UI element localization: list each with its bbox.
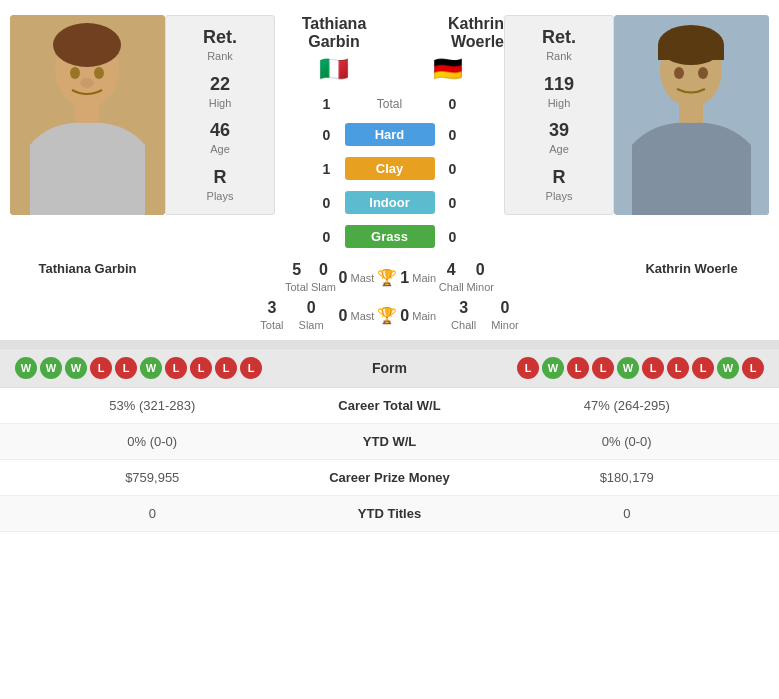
trophy-icon-right: 🏆 (377, 306, 397, 325)
stats-right-0: 47% (264-295) (490, 398, 765, 413)
right-slam-lbl: Slam (299, 319, 324, 331)
left-player-name: Tathiana Garbin (275, 15, 393, 51)
total-score-right: 0 (443, 96, 463, 112)
form-badge-left-w: W (140, 357, 162, 379)
hard-badge: Hard (345, 123, 435, 146)
form-label: Form (372, 360, 407, 376)
left-form-badges: WWWLLWLLLL (15, 357, 262, 379)
left-flag: 🇮🇹 (319, 55, 349, 83)
left-total-lbl: Total (285, 281, 308, 293)
form-badge-left-l: L (90, 357, 112, 379)
divider (0, 340, 779, 348)
left-age-label: Age (210, 143, 230, 155)
form-badge-left-l: L (240, 357, 262, 379)
right-main-val: 0 (400, 307, 409, 325)
left-slam-val: 0 (311, 261, 336, 279)
left-main-lbl: Main (412, 272, 436, 284)
left-age-value: 46 (210, 120, 230, 141)
form-badge-left-l: L (215, 357, 237, 379)
right-mini-stats-row: 3 Total 0 Slam 0 Mast 🏆 0 Main 3 Chall (0, 299, 779, 340)
form-badge-left-l: L (165, 357, 187, 379)
svg-point-12 (674, 67, 684, 79)
stats-right-2: $180,179 (490, 470, 765, 485)
form-badge-right-w: W (717, 357, 739, 379)
left-player-name-under: Tathiana Garbin (10, 261, 165, 294)
svg-rect-10 (658, 45, 724, 60)
right-age-value: 39 (549, 120, 569, 141)
left-total-stat: 5 Total (285, 261, 308, 294)
total-label: Total (345, 97, 435, 111)
form-badge-left-l: L (115, 357, 137, 379)
left-mast-stat: 0 Mast 🏆 1 Main (339, 261, 437, 294)
right-slam-stat: 0 Slam (299, 299, 324, 332)
right-player-name-under: Kathrin Woerle (614, 261, 769, 294)
right-chall-lbl: Chall (451, 319, 476, 331)
grass-score-left: 0 (317, 229, 337, 245)
stats-row-0: 53% (321-283) Career Total W/L 47% (264-… (0, 388, 779, 424)
left-chall-lbl: Chall (439, 281, 464, 293)
form-badge-left-w: W (40, 357, 62, 379)
left-plays: R Plays (207, 167, 234, 203)
right-mast-stat: 0 Mast 🏆 0 Main (339, 299, 437, 332)
right-minor-stat: 0 Minor (491, 299, 519, 332)
right-player-stats-box: Ret. Rank 119 High 39 Age R Plays (504, 15, 614, 215)
indoor-badge: Indoor (345, 191, 435, 214)
hard-row: 0 Hard 0 (317, 123, 463, 146)
right-plays-value: R (546, 167, 573, 188)
right-mast-val: 0 (339, 307, 348, 325)
stats-right-1: 0% (0-0) (490, 434, 765, 449)
right-form-badges: LWLLWLLLWL (517, 357, 764, 379)
form-badge-left-w: W (65, 357, 87, 379)
stats-center-2: Career Prize Money (290, 470, 490, 485)
form-badge-left-w: W (15, 357, 37, 379)
right-name-label: Kathrin Woerle (645, 261, 737, 276)
left-total-val: 5 (285, 261, 308, 279)
left-minor-lbl: Minor (466, 281, 494, 293)
stats-left-3: 0 (15, 506, 290, 521)
left-chall-stat: 4 Chall (439, 261, 464, 294)
left-age: 46 Age (210, 120, 230, 156)
stats-center-0: Career Total W/L (290, 398, 490, 413)
svg-point-2 (53, 23, 121, 67)
form-badge-right-l: L (517, 357, 539, 379)
form-badge-right-l: L (692, 357, 714, 379)
left-chall-val: 4 (439, 261, 464, 279)
top-section: Ret. Rank 22 High 46 Age R Plays Tathian… (0, 0, 779, 261)
stats-right-3: 0 (490, 506, 765, 521)
left-main-val: 1 (400, 269, 409, 287)
main-container: Ret. Rank 22 High 46 Age R Plays Tathian… (0, 0, 779, 699)
right-plays: R Plays (546, 167, 573, 203)
form-section: WWWLLWLLLL Form LWLLWLLLWL (0, 348, 779, 388)
stats-left-1: 0% (0-0) (15, 434, 290, 449)
right-flag: 🇩🇪 (433, 55, 463, 83)
right-high: 119 High (544, 74, 574, 110)
right-high-value: 119 (544, 74, 574, 95)
right-slam-val: 0 (299, 299, 324, 317)
total-score-left: 1 (317, 96, 337, 112)
center-section: Tathiana Garbin 🇮🇹 Kathrin Woerle 🇩🇪 1 T… (275, 15, 504, 251)
left-plays-label: Plays (207, 190, 234, 202)
left-rank: Ret. Rank (203, 27, 237, 63)
left-player-photo (10, 15, 165, 215)
right-minor-lbl: Minor (491, 319, 519, 331)
left-slam-lbl: Slam (311, 281, 336, 293)
clay-score-left: 1 (317, 161, 337, 177)
left-minor-val: 0 (466, 261, 494, 279)
right-player-photo (614, 15, 769, 215)
left-rank-label: Rank (207, 50, 233, 62)
left-mast-val: 0 (339, 269, 348, 287)
right-plays-label: Plays (546, 190, 573, 202)
left-minor-stat: 0 Minor (466, 261, 494, 294)
form-badge-right-l: L (667, 357, 689, 379)
left-rank-value: Ret. (203, 27, 237, 48)
stats-left-2: $759,955 (15, 470, 290, 485)
left-high-label: High (209, 97, 232, 109)
left-high: 22 High (209, 74, 232, 110)
stats-center-1: YTD W/L (290, 434, 490, 449)
right-mini-stats: 3 Total 0 Slam 0 Mast 🏆 0 Main 3 Chall (250, 299, 528, 332)
form-badge-right-l: L (742, 357, 764, 379)
form-badge-right-l: L (642, 357, 664, 379)
left-plays-value: R (207, 167, 234, 188)
stats-left-0: 53% (321-283) (15, 398, 290, 413)
right-chall-stat: 3 Chall (451, 299, 476, 332)
